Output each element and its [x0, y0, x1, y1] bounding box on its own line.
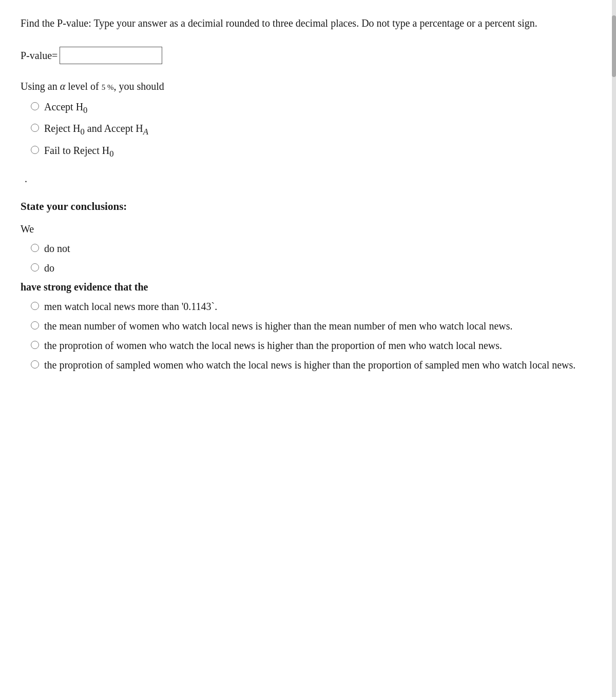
- pvalue-row: P-value=: [21, 47, 595, 64]
- scrollbar-thumb: [612, 15, 616, 77]
- radio-men[interactable]: [31, 302, 39, 310]
- radio-item-mean-women[interactable]: the mean number of women who watch local…: [31, 319, 595, 333]
- alpha-heading-start: Using an: [21, 81, 60, 92]
- radio-item-prop-women[interactable]: the proprotion of women who watch the lo…: [31, 338, 595, 353]
- radio-item-do-not[interactable]: do not: [31, 241, 595, 256]
- alpha-heading: Using an α level of 5 %, you should: [21, 81, 595, 92]
- radio-item-prop-sampled[interactable]: the proprotion of sampled women who watc…: [31, 358, 595, 372]
- alpha-level: 5 %: [102, 83, 114, 91]
- we-radio-group: do not do: [21, 241, 595, 275]
- alpha-section: Using an α level of 5 %, you should Acce…: [21, 81, 595, 160]
- radio-do-not-label[interactable]: do not: [44, 241, 70, 256]
- instructions-text: Find the P-value: Type your answer as a …: [21, 15, 595, 31]
- conclusions-section: State your conclusions: We do not do hav…: [21, 200, 595, 372]
- pvalue-label: P-value=: [21, 50, 57, 62]
- radio-fail-label[interactable]: Fail to Reject H0: [44, 143, 114, 160]
- radio-item-men[interactable]: men watch local news more than '0.1143`.: [31, 299, 595, 314]
- radio-prop-women-label[interactable]: the proprotion of women who watch the lo…: [44, 338, 502, 353]
- dot-separator: ·: [25, 176, 595, 188]
- radio-prop-women[interactable]: [31, 341, 39, 349]
- radio-prop-sampled[interactable]: [31, 360, 39, 369]
- have-strong-text: have strong evidence that the: [21, 281, 595, 293]
- radio-accept-label[interactable]: Accept H0: [44, 100, 87, 116]
- h0-sub-reject: 0: [81, 127, 85, 137]
- radio-reject-label[interactable]: Reject H0 and Accept HA: [44, 121, 148, 138]
- radio-fail-reject[interactable]: [31, 146, 39, 154]
- radio-mean-women[interactable]: [31, 321, 39, 330]
- radio-reject-h0[interactable]: [31, 124, 39, 132]
- radio-accept-h0[interactable]: [31, 102, 39, 110]
- alpha-heading-mid: level of: [65, 81, 102, 92]
- ha-sub: A: [143, 127, 148, 137]
- h0-sub-accept: 0: [83, 105, 87, 115]
- alpha-symbol: α: [60, 81, 66, 92]
- radio-mean-women-label[interactable]: the mean number of women who watch local…: [44, 319, 513, 333]
- radio-prop-sampled-label[interactable]: the proprotion of sampled women who watc…: [44, 358, 575, 372]
- conclusions-heading: State your conclusions:: [21, 200, 595, 213]
- alpha-radio-group: Accept H0 Reject H0 and Accept HA Fail t…: [21, 100, 595, 160]
- radio-do[interactable]: [31, 263, 39, 272]
- radio-item-do[interactable]: do: [31, 261, 595, 275]
- evidence-radio-group: men watch local news more than '0.1143`.…: [21, 299, 595, 372]
- radio-item-accept[interactable]: Accept H0: [31, 100, 595, 116]
- radio-do-label[interactable]: do: [44, 261, 54, 275]
- alpha-heading-end: , you should: [113, 81, 164, 92]
- radio-item-reject[interactable]: Reject H0 and Accept HA: [31, 121, 595, 138]
- radio-item-fail[interactable]: Fail to Reject H0: [31, 143, 595, 160]
- we-label: We: [21, 223, 595, 235]
- scrollbar: [612, 0, 616, 697]
- radio-men-label[interactable]: men watch local news more than '0.1143`.: [44, 299, 217, 314]
- pvalue-input[interactable]: [60, 47, 162, 64]
- radio-do-not[interactable]: [31, 244, 39, 252]
- h0-sub-fail: 0: [109, 149, 113, 159]
